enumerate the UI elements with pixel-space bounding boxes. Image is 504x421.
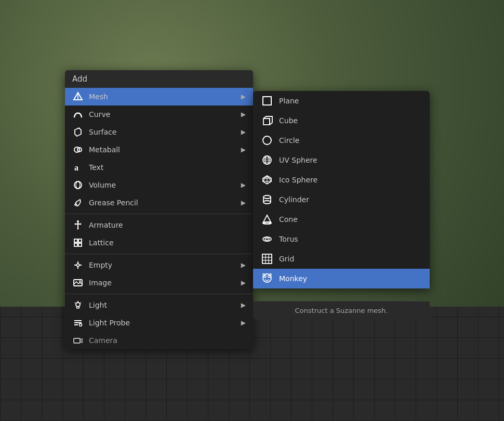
menu-item-image[interactable]: Image ▶ [65, 274, 253, 292]
menu-item-text[interactable]: a Text [65, 159, 253, 176]
separator-3 [65, 294, 253, 294]
menu-item-surface[interactable]: Surface ▶ [65, 123, 253, 141]
separator-2 [65, 254, 253, 254]
svg-point-38 [263, 136, 271, 144]
svg-point-32 [79, 324, 82, 326]
uv-sphere-submenu-icon [260, 153, 274, 167]
menu-item-empty[interactable]: Empty ▶ [65, 256, 253, 274]
menu-item-light[interactable]: Light ▶ [65, 296, 253, 314]
submenu-item-cube[interactable]: Cube [253, 111, 430, 130]
submenu-item-plane[interactable]: Plane [253, 91, 430, 111]
submenu-item-monkey[interactable]: Monkey [253, 269, 430, 288]
light-arrow: ▶ [241, 301, 246, 309]
camera-icon [72, 335, 84, 346]
svg-point-57 [265, 238, 269, 240]
svg-point-21 [77, 264, 79, 267]
cylinder-submenu-icon [260, 193, 274, 206]
submenu-item-grid[interactable]: Grid [253, 249, 430, 269]
add-menu: Add Mesh ▶ Curve ▶ Surface ▶ [65, 70, 253, 349]
menu-item-light-probe[interactable]: Light Probe ▶ [65, 314, 253, 332]
light-probe-label: Light Probe [89, 319, 241, 327]
grease-pencil-arrow: ▶ [241, 199, 246, 206]
svg-line-27 [81, 302, 82, 304]
tooltip-text: Construct a Suzanne mesh. [295, 307, 388, 314]
menu-item-mesh[interactable]: Mesh ▶ [65, 88, 253, 106]
svg-point-13 [80, 223, 82, 225]
image-icon [72, 277, 84, 288]
svg-point-24 [76, 302, 80, 307]
grease-pencil-icon [72, 197, 84, 208]
circle-submenu-icon [260, 134, 274, 147]
text-icon: a [72, 162, 84, 173]
submenu-item-cone[interactable]: Cone [253, 209, 430, 229]
grease-pencil-label: Grease Pencil [89, 199, 241, 207]
surface-arrow: ▶ [241, 128, 246, 136]
cone-submenu-icon [260, 213, 274, 226]
submenu-item-ico-sphere[interactable]: Ico Sphere [253, 170, 430, 190]
light-label: Light [89, 301, 241, 309]
svg-point-6 [74, 181, 82, 189]
menu-header: Add [65, 70, 253, 88]
volume-arrow: ▶ [241, 181, 246, 189]
image-arrow: ▶ [241, 279, 246, 286]
camera-label: Camera [89, 336, 246, 345]
cube-label: Cube [279, 116, 298, 125]
text-label: Text [89, 163, 246, 172]
empty-label: Empty [89, 261, 241, 269]
image-label: Image [89, 279, 241, 287]
menu-item-volume[interactable]: Volume ▶ [65, 176, 253, 194]
menu-item-curve[interactable]: Curve ▶ [65, 106, 253, 123]
cube-submenu-icon [260, 114, 274, 127]
volume-icon [72, 179, 84, 191]
svg-point-8 [76, 204, 77, 205]
menu-item-camera[interactable]: Camera [65, 332, 253, 349]
grid-label: Grid [279, 255, 294, 263]
menu-item-grease-pencil[interactable]: Grease Pencil ▶ [65, 194, 253, 212]
torus-submenu-icon [260, 232, 274, 246]
grid-submenu-icon [260, 252, 274, 266]
svg-point-63 [263, 274, 271, 282]
circle-label: Circle [279, 136, 299, 144]
empty-arrow: ▶ [241, 261, 246, 269]
svg-text:a: a [74, 163, 78, 172]
submenu-item-torus[interactable]: Torus [253, 229, 430, 249]
surface-label: Surface [89, 128, 241, 136]
menu-item-metaball[interactable]: Metaball ▶ [65, 141, 253, 159]
submenu-item-cylinder[interactable]: Cylinder [253, 190, 430, 209]
menu-item-lattice[interactable]: Lattice [65, 234, 253, 252]
plane-submenu-icon [260, 94, 274, 108]
svg-point-64 [264, 275, 266, 278]
menu-title: Add [72, 74, 87, 84]
svg-point-65 [268, 275, 270, 278]
menu-item-armature[interactable]: Armature [65, 216, 253, 234]
plane-label: Plane [279, 97, 299, 105]
svg-rect-34 [263, 97, 271, 105]
mesh-icon [72, 91, 84, 102]
tooltip-box: Construct a Suzanne mesh. [253, 301, 430, 320]
svg-line-28 [75, 302, 76, 304]
ico-sphere-submenu-icon [260, 173, 274, 187]
armature-label: Armature [89, 221, 246, 229]
monkey-submenu-icon [260, 272, 274, 285]
metaball-arrow: ▶ [241, 146, 246, 153]
curve-label: Curve [89, 110, 241, 119]
svg-point-56 [263, 237, 271, 241]
svg-point-11 [77, 220, 79, 222]
svg-rect-15 [74, 239, 77, 242]
light-probe-arrow: ▶ [241, 319, 246, 326]
metaball-icon [72, 144, 84, 155]
svg-rect-35 [263, 119, 270, 125]
light-icon [72, 299, 84, 311]
separator-1 [65, 214, 253, 214]
svg-point-50 [263, 195, 271, 199]
submenu-item-circle[interactable]: Circle [253, 130, 430, 150]
submenu-item-uv-sphere[interactable]: UV Sphere [253, 150, 430, 170]
svg-point-23 [79, 281, 81, 282]
svg-point-7 [76, 181, 80, 189]
volume-label: Volume [89, 181, 241, 189]
cylinder-label: Cylinder [279, 195, 309, 204]
empty-icon [72, 259, 84, 271]
svg-point-12 [75, 223, 76, 225]
svg-rect-58 [262, 254, 272, 264]
mesh-label: Mesh [89, 93, 241, 101]
